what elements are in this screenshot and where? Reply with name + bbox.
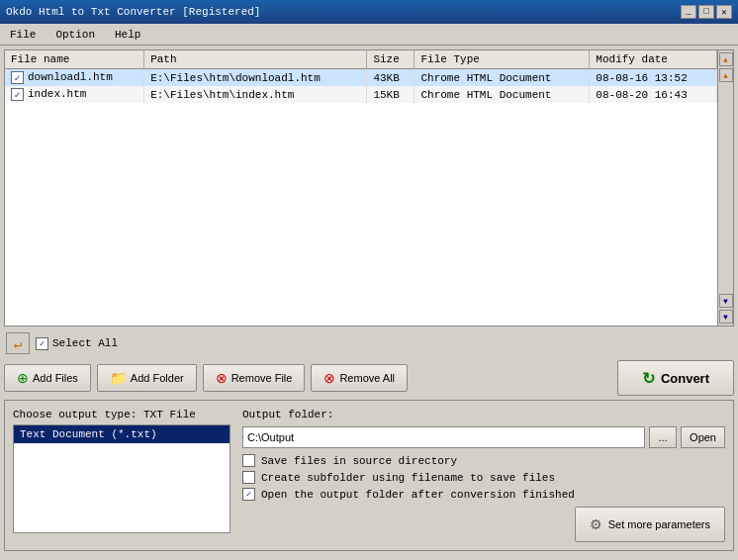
select-all-label: Select All <box>52 337 118 349</box>
cell-modified: 08-08-20 16:43 <box>590 86 717 103</box>
file-table: File name Path Size File Type Modify dat… <box>5 50 717 103</box>
back-arrow-button[interactable]: ↵ <box>6 332 30 354</box>
output-type-list[interactable]: Text Document (*.txt) <box>13 424 231 533</box>
remove-all-icon: ⊗ <box>323 370 335 386</box>
cell-filename: downloadl.htm <box>5 69 144 87</box>
option-label-1: Create subfolder using filename to save … <box>261 472 555 484</box>
scroll-bottom-button[interactable]: ▼ <box>719 310 733 324</box>
checkbox-row: Save files in source directory <box>242 454 725 467</box>
gear-icon: ⚙ <box>590 516 602 532</box>
remove-file-icon: ⊗ <box>216 370 228 386</box>
col-path: Path <box>144 50 367 69</box>
titlebar: Okdo Html to Txt Converter [Registered] … <box>0 0 738 24</box>
output-settings-panel: Output folder: ... Open Save files in so… <box>242 409 725 542</box>
option-label-2: Open the output folder after conversion … <box>261 489 575 501</box>
output-folder-row: ... Open <box>242 426 725 448</box>
option-checkbox-2[interactable] <box>242 488 255 501</box>
add-folder-button[interactable]: 📁 Add Folder <box>97 364 197 392</box>
browse-folder-button[interactable]: ... <box>649 426 677 448</box>
cell-size: 43KB <box>367 69 415 87</box>
minimize-button[interactable]: _ <box>681 5 696 19</box>
menu-help[interactable]: Help <box>109 27 146 43</box>
open-folder-button[interactable]: Open <box>681 426 725 448</box>
checkbox-row: Open the output folder after conversion … <box>242 488 725 501</box>
col-size: Size <box>367 50 415 69</box>
add-folder-icon: 📁 <box>110 370 127 386</box>
select-all-checkbox[interactable] <box>36 337 48 350</box>
cell-size: 15KB <box>367 86 415 103</box>
close-button[interactable]: ✕ <box>716 5 732 19</box>
checkbox-row: Create subfolder using filename to save … <box>242 471 725 484</box>
add-files-icon: ⊕ <box>17 370 29 386</box>
file-table-scroll: File name Path Size File Type Modify dat… <box>5 50 717 326</box>
output-folder-label: Output folder: <box>242 409 725 420</box>
cell-path: E:\Files\htm\downloadl.htm <box>144 69 367 87</box>
titlebar-controls: _ □ ✕ <box>681 5 732 19</box>
cell-filename: index.htm <box>5 86 144 103</box>
option-checkbox-1[interactable] <box>242 471 255 484</box>
option-checkbox-0[interactable] <box>242 454 255 467</box>
select-row: ↵ Select All <box>4 330 734 356</box>
cell-path: E:\Files\htm\index.htm <box>144 86 367 103</box>
titlebar-title: Okdo Html to Txt Converter [Registered] <box>6 6 260 18</box>
file-table-container: File name Path Size File Type Modify dat… <box>4 49 734 327</box>
output-type-label: Choose output type: TXT File <box>13 409 231 420</box>
remove-all-button[interactable]: ⊗ Remove All <box>311 364 408 392</box>
menu-option[interactable]: Option <box>49 27 101 43</box>
cell-modified: 08-08-16 13:52 <box>590 69 717 87</box>
output-type-panel: Choose output type: TXT File Text Docume… <box>13 409 231 542</box>
convert-icon: ↻ <box>642 369 655 388</box>
output-checkboxes: Save files in source directoryCreate sub… <box>242 454 725 501</box>
maximize-button[interactable]: □ <box>698 5 714 19</box>
file-checkbox[interactable] <box>11 88 24 101</box>
cell-filetype: Chrome HTML Document <box>415 69 590 87</box>
set-params-button[interactable]: ⚙ Set more parameters <box>575 507 725 542</box>
main-panel: File name Path Size File Type Modify dat… <box>0 46 738 560</box>
table-scrollbar: ▲ ▲ ▼ ▼ <box>717 50 733 326</box>
convert-button[interactable]: ↻ Convert <box>617 360 734 396</box>
params-row: ⚙ Set more parameters <box>242 507 725 542</box>
col-modified: Modify date <box>590 50 717 69</box>
select-all-check[interactable]: Select All <box>36 337 118 350</box>
scroll-down-button[interactable]: ▼ <box>719 294 733 308</box>
output-folder-input[interactable] <box>242 426 645 448</box>
add-files-button[interactable]: ⊕ Add Files <box>4 364 91 392</box>
cell-filetype: Chrome HTML Document <box>415 86 590 103</box>
file-checkbox[interactable] <box>11 71 24 84</box>
output-type-item[interactable]: Text Document (*.txt) <box>14 425 230 443</box>
remove-file-button[interactable]: ⊗ Remove File <box>203 364 306 392</box>
action-row: ⊕ Add Files 📁 Add Folder ⊗ Remove File ⊗… <box>4 360 734 396</box>
col-filename: File name <box>5 50 144 69</box>
table-row[interactable]: index.htmE:\Files\htm\index.htm15KBChrom… <box>5 86 717 103</box>
scroll-up-button[interactable]: ▲ <box>719 68 733 82</box>
bottom-panel: Choose output type: TXT File Text Docume… <box>4 400 734 551</box>
menubar: File Option Help <box>0 24 738 46</box>
option-label-0: Save files in source directory <box>261 455 457 467</box>
scroll-top-button[interactable]: ▲ <box>719 52 733 66</box>
table-row[interactable]: downloadl.htmE:\Files\htm\downloadl.htm4… <box>5 69 717 87</box>
col-filetype: File Type <box>415 50 590 69</box>
menu-file[interactable]: File <box>4 27 42 43</box>
